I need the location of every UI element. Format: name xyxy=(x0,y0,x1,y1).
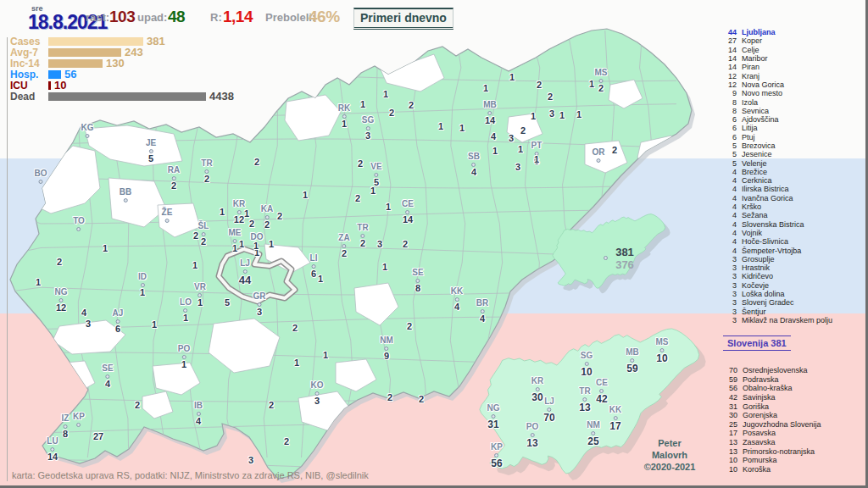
town-marker-dot xyxy=(480,309,484,313)
stat-row: Hosp. 56 xyxy=(10,69,234,80)
region-code: LJ xyxy=(543,397,554,407)
town-marker-dot xyxy=(141,283,145,287)
region-marker-dot xyxy=(613,416,617,420)
region-label: KK 17 xyxy=(609,406,621,431)
city-name: Cerknica xyxy=(742,176,772,185)
region-name: Jugovzhodna Slovenija xyxy=(743,420,821,429)
municipality-code: VR xyxy=(194,283,206,292)
city-case-count: 14 xyxy=(722,54,737,63)
municipality-code: TR xyxy=(201,159,212,169)
region-marker-dot xyxy=(495,453,499,458)
region-code: KP xyxy=(491,443,503,452)
town-marker-dot xyxy=(86,134,90,138)
map-label: ŽE xyxy=(162,208,173,224)
city-name: Hoče-Slivnica xyxy=(742,237,788,246)
region-row: 10 Pomurska xyxy=(722,456,821,465)
credit-line: Peter xyxy=(644,438,696,450)
map-label: SG 3 xyxy=(362,116,374,141)
city-row: 4 Vojnik xyxy=(722,229,832,237)
town-marker-dot xyxy=(385,347,389,351)
city-row: 6 Ptuj xyxy=(722,133,832,141)
town-marker-dot xyxy=(315,391,320,396)
municipality-case-count: 2 xyxy=(520,126,526,136)
stat-bar xyxy=(48,48,121,57)
region-cases: 13 xyxy=(526,438,538,449)
map-label: SE 4 xyxy=(102,364,113,389)
daily-cases-tab[interactable]: Primeri dnevno xyxy=(353,8,453,30)
municipality-cases: 8 xyxy=(62,430,70,440)
city-row: 12 Kranj xyxy=(722,71,832,80)
region-case-count: 17 xyxy=(722,429,737,437)
municipality-code: ME xyxy=(229,229,242,238)
map-label: VR 1 xyxy=(194,283,206,308)
municipality-code: KA xyxy=(261,205,273,214)
town-marker-dot xyxy=(115,319,120,324)
region-row: 31 Goriška xyxy=(722,402,821,411)
municipality-case-count: 2 xyxy=(269,401,274,411)
municipality-case-count: 1 xyxy=(294,358,299,369)
municipality-case-count: 27 xyxy=(93,432,103,442)
town-marker-dot xyxy=(123,198,127,202)
stat-label: Cases xyxy=(10,36,48,47)
region-name: Koroška xyxy=(743,465,771,474)
city-row: 4 Šempeter-Vrtojba xyxy=(722,246,832,254)
municipality-code: IZ xyxy=(62,414,70,424)
city-case-count: 3 xyxy=(722,290,737,298)
municipality-case-count: 2 xyxy=(355,194,360,204)
region-row: 13 Zasavska xyxy=(722,438,821,447)
region-code: MB xyxy=(626,348,639,358)
stat-bar xyxy=(48,37,143,46)
city-row: 6 Ajdovščina xyxy=(722,115,832,124)
municipality-cases: 2 xyxy=(338,249,349,259)
municipality-cases: 2 xyxy=(198,237,209,247)
region-cases: 59 xyxy=(626,363,639,374)
stat-value: 10 xyxy=(54,79,66,92)
region-marker-dot xyxy=(592,431,596,435)
municipality-code: KR xyxy=(233,200,245,209)
city-case-count: 4 xyxy=(722,176,737,185)
city-case-count: 3 xyxy=(722,308,737,316)
stat-value: 381 xyxy=(147,35,165,47)
city-case-count: 12 xyxy=(722,80,737,89)
municipality-cases: 1 xyxy=(138,288,147,298)
municipality-cases: 9 xyxy=(380,352,393,362)
map-label: NG 12 xyxy=(55,288,68,313)
municipality-case-count: 1 xyxy=(438,122,443,132)
stat-row: Dead 4438 xyxy=(10,91,234,102)
stats-axis-line xyxy=(7,37,8,481)
municipality-case-count: 1 xyxy=(192,261,198,271)
municipality-code: ŽE xyxy=(162,208,173,218)
town-marker-dot xyxy=(375,173,379,177)
region-name: Posavska xyxy=(743,429,776,437)
region-name: Podravska xyxy=(743,375,779,384)
municipality-case-count: 2 xyxy=(135,401,140,411)
r-value: 1,14 xyxy=(223,8,253,26)
municipality-case-count: 2 xyxy=(193,231,198,241)
map-label: KG xyxy=(81,124,94,139)
country-total-previous: 376 xyxy=(615,258,634,271)
municipality-case-count: 3 xyxy=(515,163,520,173)
municipality-cases: 4 xyxy=(476,314,488,324)
region-label: SG 10 xyxy=(581,352,593,377)
municipality-cases: 2 xyxy=(595,84,608,94)
town-marker-dot xyxy=(198,293,203,297)
municipality-cases: 14 xyxy=(483,116,497,126)
city-case-count: 4 xyxy=(722,220,737,229)
map-label: MB 14 xyxy=(483,101,497,125)
city-row: 14 Celje xyxy=(722,46,832,54)
region-case-count: 10 xyxy=(722,465,737,474)
town-marker-dot xyxy=(77,227,81,231)
map-label: ID 1 xyxy=(138,273,147,297)
city-case-count: 4 xyxy=(722,202,737,211)
municipality-cases: 4 xyxy=(102,380,113,390)
municipality-case-count: 1 xyxy=(244,209,249,219)
map-label: JE 5 xyxy=(146,139,156,164)
region-name: Gorenjska xyxy=(743,411,777,419)
town-marker-dot xyxy=(233,239,237,243)
region-name: Primorsko-notranjska xyxy=(743,447,815,456)
city-name: Celje xyxy=(742,46,760,54)
municipality-cases: 44 xyxy=(239,274,251,286)
municipality-cases: 3 xyxy=(253,308,266,318)
city-name: Izola xyxy=(742,98,758,107)
map-label: OR xyxy=(593,148,605,164)
